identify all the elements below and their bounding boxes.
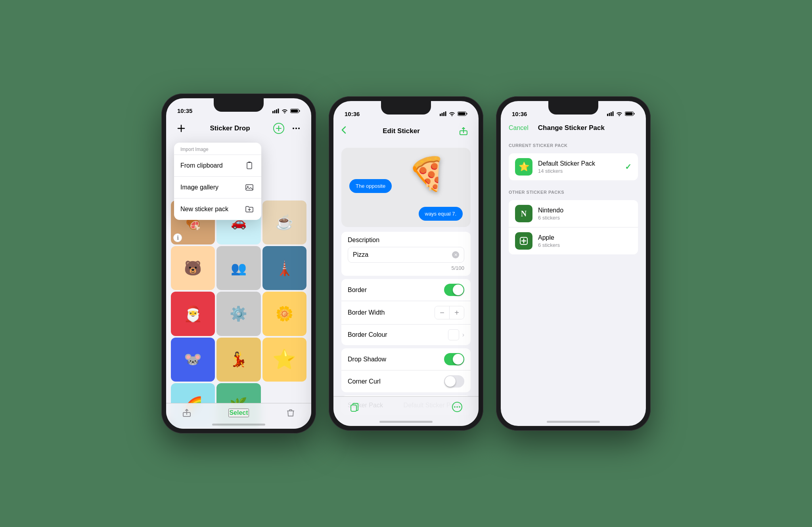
- sticker-emoji-6: 🗼: [276, 260, 293, 277]
- other-section-title: OTHER STICKER PACKS: [501, 183, 646, 197]
- border-row: Border: [341, 279, 471, 301]
- sticker-item-7[interactable]: 🎅: [171, 292, 215, 336]
- default-pack-count: 14 stickers: [538, 168, 619, 174]
- nintendo-icon-letter: N: [521, 209, 527, 218]
- info-badge[interactable]: ℹ: [173, 233, 182, 242]
- home-indicator-2: [379, 421, 433, 423]
- svg-point-8: [293, 128, 294, 129]
- sticker-item-5[interactable]: 👥: [216, 246, 260, 290]
- svg-rect-1: [274, 110, 276, 113]
- corner-curl-row: Corner Curl: [341, 370, 471, 392]
- clear-description-button[interactable]: ✕: [452, 251, 459, 258]
- phone1-screen: 10:35 Sticker Drop I: [166, 98, 311, 429]
- sticker-item-9[interactable]: 🌼: [262, 292, 306, 336]
- from-clipboard-item[interactable]: From clipboard: [174, 155, 261, 176]
- svg-point-26: [454, 406, 456, 408]
- phone2: 10:36 Edit Sticker The opposite 🍕: [329, 96, 483, 431]
- wifi-icon-3: [616, 111, 622, 116]
- gallery-icon: [244, 182, 255, 193]
- phone3-screen: 10:36 Cancel Change Sticker Pack CURRENT…: [501, 101, 646, 426]
- nav-bar-1: Sticker Drop: [166, 118, 311, 140]
- apple-pack-info: Apple 6 stickers: [538, 234, 632, 248]
- plus-icon: [177, 124, 186, 133]
- drop-shadow-toggle[interactable]: [444, 353, 464, 365]
- border-width-label: Border Width: [348, 309, 385, 316]
- svg-point-9: [295, 128, 297, 129]
- apple-pack-item[interactable]: Apple 6 stickers: [509, 227, 638, 254]
- sticker-item-8[interactable]: ⚙️: [216, 292, 260, 336]
- phone1: 10:35 Sticker Drop I: [161, 94, 316, 434]
- sticker-item-12[interactable]: ⭐: [262, 338, 306, 382]
- new-sticker-button[interactable]: [272, 121, 286, 136]
- apple-pack-icon: [515, 232, 532, 250]
- copy-icon: [349, 402, 360, 412]
- svg-point-14: [247, 186, 249, 187]
- share-sticker-button[interactable]: [456, 124, 471, 138]
- add-button[interactable]: [174, 121, 188, 136]
- sticker-preview: The opposite 🍕 ways equal 7.: [341, 148, 471, 227]
- current-pack-section: ⭐ Default Sticker Pack 14 stickers ✓: [509, 153, 638, 180]
- battery-icon-3: [625, 111, 635, 116]
- sticker-emoji-9: 🌼: [276, 306, 293, 322]
- svg-rect-18: [443, 112, 444, 116]
- description-input-wrap: ✕: [348, 247, 464, 263]
- svg-rect-19: [445, 111, 446, 116]
- svg-rect-13: [246, 185, 253, 190]
- sticker-item-4[interactable]: 🐻: [171, 246, 215, 290]
- border-colour-row[interactable]: Border Colour ›: [341, 325, 471, 345]
- stepper-minus-button[interactable]: −: [435, 306, 449, 319]
- current-section-title: CURRENT STICKER PACK: [501, 137, 646, 150]
- cancel-button[interactable]: Cancel: [509, 124, 529, 132]
- svg-rect-2: [276, 109, 277, 113]
- delete-button[interactable]: [286, 408, 295, 418]
- select-button[interactable]: Select: [228, 409, 249, 417]
- nintendo-pack-info: Nintendo 6 stickers: [538, 207, 632, 221]
- default-pack-item[interactable]: ⭐ Default Sticker Pack 14 stickers ✓: [509, 153, 638, 180]
- svg-rect-11: [247, 162, 252, 169]
- svg-rect-24: [351, 405, 356, 411]
- image-gallery-item[interactable]: Image gallery: [174, 176, 261, 198]
- more-edit-button[interactable]: [452, 401, 463, 415]
- svg-point-27: [456, 406, 458, 408]
- nintendo-pack-icon: N: [515, 205, 532, 222]
- svg-rect-32: [613, 111, 614, 116]
- circle-plus-icon: [273, 123, 284, 134]
- toggle-thumb-curl: [445, 376, 456, 387]
- bubble-left-text: The opposite: [356, 183, 385, 189]
- sticker-item-11[interactable]: 💃: [216, 338, 260, 382]
- stepper-plus-button[interactable]: +: [450, 306, 464, 319]
- description-input[interactable]: [353, 251, 452, 258]
- status-time-3: 10:36: [512, 111, 527, 117]
- copy-sticker-button[interactable]: [349, 402, 360, 414]
- back-button[interactable]: [341, 126, 346, 136]
- app-title: Sticker Drop: [210, 124, 250, 132]
- sticker-item-3[interactable]: ☕: [262, 200, 306, 244]
- border-width-row: Border Width − +: [341, 301, 471, 325]
- color-swatch[interactable]: [448, 329, 459, 340]
- trash-icon: [286, 408, 295, 418]
- nintendo-pack-item[interactable]: N Nintendo 6 stickers: [509, 200, 638, 227]
- share-button[interactable]: [182, 408, 192, 418]
- corner-curl-toggle[interactable]: [444, 375, 464, 388]
- sticker-item-10[interactable]: 🐭: [171, 338, 215, 382]
- border-width-stepper: − +: [435, 306, 464, 319]
- sticker-emoji-7: 🎅: [184, 305, 202, 323]
- more-options-button[interactable]: [289, 121, 303, 136]
- sticker-emoji-11: 💃: [230, 351, 247, 368]
- description-section: Description ✕ 5/100: [341, 232, 471, 276]
- border-settings-section: Border Border Width − + Border Colour ›: [341, 279, 471, 345]
- nav-bar-2: Edit Sticker: [333, 121, 479, 143]
- sticker-emoji-8: ⚙️: [230, 306, 247, 322]
- border-toggle[interactable]: [444, 284, 464, 296]
- status-icons-3: [607, 111, 635, 116]
- svg-rect-17: [442, 113, 443, 116]
- chevron-right-icon: ›: [462, 331, 464, 338]
- description-label: Description: [348, 237, 464, 244]
- new-sticker-pack-item[interactable]: New sticker pack: [174, 198, 261, 220]
- svg-rect-22: [458, 113, 465, 115]
- svg-rect-34: [634, 113, 635, 115]
- pack-selected-check: ✓: [625, 162, 632, 172]
- border-label: Border: [348, 286, 367, 294]
- sticker-item-6[interactable]: 🗼: [262, 246, 306, 290]
- signal-icon-3: [607, 111, 614, 116]
